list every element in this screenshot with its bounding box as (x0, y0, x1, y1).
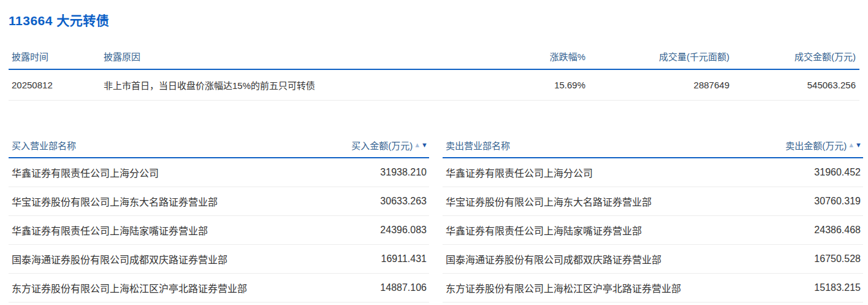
table-row: 华鑫证券有限责任公司上海陆家嘴证券营业部 24396.083 (9, 216, 429, 245)
amount-cell: 16750.528 (814, 253, 863, 264)
disclosure-table: 披露时间 披露原因 涨跌幅% 成交量(千元面额) 成交金额(万元) 202508… (9, 50, 859, 101)
header-change-pct: 涨跌幅% (444, 50, 585, 63)
buy-amount-sort-header[interactable]: 买入金额(万元) ▲ ▼ (351, 139, 429, 152)
branch-name-cell: 国泰海通证券股份有限公司成都双庆路证券营业部 (9, 252, 227, 266)
amount-cell: 14887.106 (380, 282, 429, 293)
amount-cell: 31938.210 (380, 167, 429, 178)
header-disclosure-reason: 披露原因 (104, 50, 444, 63)
sell-amount-header-label: 卖出金额(万元) (785, 139, 847, 152)
sell-amount-sort-header[interactable]: 卖出金额(万元) ▲ ▼ (785, 139, 863, 152)
sort-desc-icon[interactable]: ▼ (855, 142, 862, 149)
amount-cell: 15183.215 (814, 282, 863, 293)
buy-sell-tables: 买入营业部名称 买入金额(万元) ▲ ▼ 华鑫证券有限责任公司上海分公司 319… (9, 139, 863, 303)
header-amount: 成交金额(万元) (729, 50, 859, 63)
cell-disclosure-reason: 非上市首日，当日收盘价涨幅达15%的前五只可转债 (104, 79, 444, 91)
branch-name-cell: 华鑫证券有限责任公司上海分公司 (9, 165, 159, 180)
amount-cell: 31960.452 (814, 167, 863, 178)
buy-table-header: 买入营业部名称 买入金额(万元) ▲ ▼ (9, 139, 429, 158)
cell-volume: 2887649 (585, 80, 729, 90)
table-row: 东方证券股份有限公司上海松江区沪亭北路证券营业部 15183.215 (443, 274, 863, 303)
header-disclosure-time: 披露时间 (9, 50, 104, 63)
bond-disclosure-page: 113664 大元转债 披露时间 披露原因 涨跌幅% 成交量(千元面额) 成交金… (0, 0, 868, 305)
table-row: 华鑫证券有限责任公司上海陆家嘴证券营业部 24386.468 (443, 216, 863, 245)
amount-cell: 30633.263 (380, 196, 429, 207)
page-title: 113664 大元转债 (0, 0, 868, 29)
buy-table: 买入营业部名称 买入金额(万元) ▲ ▼ 华鑫证券有限责任公司上海分公司 319… (9, 139, 429, 303)
branch-name-cell: 华鑫证券有限责任公司上海陆家嘴证券营业部 (443, 223, 642, 237)
branch-name-cell: 华鑫证券有限责任公司上海陆家嘴证券营业部 (9, 223, 208, 237)
table-row: 华宝证券股份有限公司上海东大名路证券营业部 30760.319 (443, 187, 863, 216)
table-row: 华宝证券股份有限公司上海东大名路证券营业部 30633.263 (9, 187, 429, 216)
amount-cell: 30760.319 (814, 196, 863, 207)
sell-name-header: 卖出营业部名称 (443, 139, 510, 152)
cell-amount: 545063.256 (729, 80, 859, 90)
buy-sort-arrows: ▲ ▼ (414, 142, 428, 149)
sell-sort-arrows: ▲ ▼ (848, 142, 862, 149)
disclosure-table-header: 披露时间 披露原因 涨跌幅% 成交量(千元面额) 成交金额(万元) (9, 50, 859, 70)
buy-name-header: 买入营业部名称 (9, 139, 76, 152)
amount-cell: 24386.468 (814, 225, 863, 236)
table-row: 华鑫证券有限责任公司上海分公司 31960.452 (443, 158, 863, 187)
table-row: 国泰海通证券股份有限公司成都双庆路证券营业部 16911.431 (9, 245, 429, 274)
sort-asc-icon[interactable]: ▲ (848, 142, 855, 149)
disclosure-row: 20250812 非上市首日，当日收盘价涨幅达15%的前五只可转债 15.69%… (9, 70, 859, 101)
sort-asc-icon[interactable]: ▲ (414, 142, 421, 149)
table-row: 华鑫证券有限责任公司上海分公司 31938.210 (9, 158, 429, 187)
amount-cell: 24396.083 (380, 225, 429, 236)
branch-name-cell: 东方证券股份有限公司上海松江区沪亭北路证券营业部 (9, 280, 247, 295)
sell-table-header: 卖出营业部名称 卖出金额(万元) ▲ ▼ (443, 139, 863, 158)
table-row: 东方证券股份有限公司上海松江区沪亭北路证券营业部 14887.106 (9, 274, 429, 303)
branch-name-cell: 华宝证券股份有限公司上海东大名路证券营业部 (443, 194, 652, 209)
sort-desc-icon[interactable]: ▼ (421, 142, 428, 149)
buy-amount-header-label: 买入金额(万元) (351, 139, 413, 152)
cell-disclosure-time: 20250812 (9, 80, 104, 90)
sell-table: 卖出营业部名称 卖出金额(万元) ▲ ▼ 华鑫证券有限责任公司上海分公司 319… (443, 139, 863, 303)
header-volume: 成交量(千元面额) (585, 50, 729, 63)
cell-change-pct: 15.69% (444, 80, 585, 90)
amount-cell: 16911.431 (381, 253, 429, 264)
branch-name-cell: 东方证券股份有限公司上海松江区沪亭北路证券营业部 (443, 280, 681, 295)
branch-name-cell: 华宝证券股份有限公司上海东大名路证券营业部 (9, 194, 218, 209)
table-row: 国泰海通证券股份有限公司成都双庆路证券营业部 16750.528 (443, 245, 863, 274)
branch-name-cell: 华鑫证券有限责任公司上海分公司 (443, 165, 593, 180)
branch-name-cell: 国泰海通证券股份有限公司成都双庆路证券营业部 (443, 252, 661, 266)
